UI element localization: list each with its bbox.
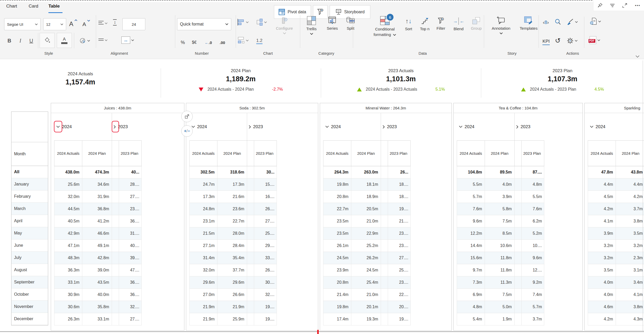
value-cell[interactable]: 36.3m	[54, 264, 82, 276]
value-cell[interactable]: 36.8m	[82, 203, 112, 215]
value-cell[interactable]: 43.5m	[82, 276, 112, 288]
value-cell[interactable]: 23....	[388, 227, 411, 239]
layout-button[interactable]	[238, 37, 249, 44]
value-cell[interactable]: 6.9m	[457, 289, 485, 301]
value-cell[interactable]: 11.8m	[485, 264, 515, 276]
filters-button[interactable]	[610, 3, 615, 8]
value-cell[interactable]: 33.1m	[54, 276, 82, 288]
value-cell[interactable]: 6.2m	[522, 215, 544, 227]
value-cell[interactable]: 3.8m	[616, 301, 644, 313]
value-cell[interactable]: 264.3m	[323, 166, 351, 178]
percent-format-button[interactable]: %	[179, 38, 187, 47]
value-cell[interactable]: 3.2m	[588, 252, 616, 264]
year-group-2024-toggle[interactable]: 2024	[54, 113, 112, 140]
value-cell[interactable]: 4.4m	[616, 178, 644, 190]
value-cell[interactable]: 12.2m	[457, 227, 485, 239]
vertical-align-button[interactable]	[98, 39, 108, 42]
value-cell[interactable]: 23.6m	[217, 203, 247, 215]
value-cell[interactable]: 4.2m	[588, 203, 616, 215]
blend-button[interactable]: →← Blend	[449, 17, 468, 32]
value-cell[interactable]: 26.6m	[217, 289, 247, 301]
chart-type-button[interactable]	[238, 19, 249, 26]
value-cell[interactable]: 16....	[254, 191, 277, 203]
value-cell[interactable]: 27....	[388, 252, 411, 264]
value-cell[interactable]: 3.5m	[616, 227, 644, 239]
value-cell[interactable]: 318.6m	[217, 166, 247, 178]
value-cell[interactable]: 5.8m	[485, 203, 515, 215]
value-cell[interactable]: 19....	[388, 203, 411, 215]
value-cell[interactable]: 19.8m	[323, 178, 351, 190]
year-group-2024-toggle[interactable]: 2024	[457, 113, 515, 140]
year-group-2023-toggle[interactable]: 2023	[381, 113, 411, 140]
value-cell[interactable]: 21.5m	[189, 227, 217, 239]
column-header[interactable]: 2024 Plan	[217, 141, 247, 166]
value-cell[interactable]: 17.3m	[217, 178, 247, 190]
bold-button[interactable]: B	[4, 35, 15, 46]
value-cell[interactable]: 5.5m	[522, 191, 544, 203]
value-cell[interactable]: 27....	[119, 191, 142, 203]
report-settings-button[interactable]	[587, 16, 604, 27]
value-cell[interactable]: 27.0m	[189, 289, 217, 301]
value-cell[interactable]: 9.6m	[522, 252, 544, 264]
value-cell[interactable]: 4.2m	[616, 191, 644, 203]
increase-decimal-button[interactable]: .00	[217, 38, 228, 47]
value-cell[interactable]: 4.4m	[588, 178, 616, 190]
value-cell[interactable]: 8.5m	[485, 227, 515, 239]
value-cell[interactable]: 15....	[254, 178, 277, 190]
value-cell[interactable]: 31....	[119, 227, 142, 239]
value-cell[interactable]: 40...	[119, 166, 142, 178]
value-cell[interactable]: 9.2m	[522, 276, 544, 288]
value-cell[interactable]: 23....	[388, 276, 411, 288]
value-cell[interactable]: 1.9m	[485, 313, 515, 325]
collapse-ribbon-button[interactable]	[633, 53, 642, 60]
value-cell[interactable]: 24.8m	[189, 203, 217, 215]
value-cell[interactable]: 4.2m	[588, 313, 616, 325]
value-cell[interactable]: 20.5m	[351, 203, 381, 215]
column-header[interactable]: 2023 Plan	[522, 141, 544, 166]
pin-button[interactable]	[597, 3, 603, 8]
value-cell[interactable]: 26...	[388, 166, 411, 178]
month-row-label[interactable]: January	[11, 178, 48, 190]
value-cell[interactable]: 27.1m	[189, 240, 217, 252]
value-cell[interactable]: 25....	[388, 264, 411, 276]
value-cell[interactable]: 5.7m	[522, 301, 544, 313]
value-cell[interactable]: 40.5m	[54, 215, 82, 227]
font-color-button[interactable]: A	[57, 33, 72, 48]
year-group-2023-toggle[interactable]: 2023	[247, 113, 277, 140]
group-button[interactable]: Group	[468, 17, 485, 31]
value-cell[interactable]: 3.7m	[522, 313, 544, 325]
value-cell[interactable]: 19.3m	[351, 313, 381, 325]
value-cell[interactable]: 10....	[522, 240, 544, 252]
value-cell[interactable]: 29.6m	[189, 276, 217, 288]
value-cell[interactable]: 7.6m	[457, 203, 485, 215]
value-cell[interactable]: 7.4m	[522, 289, 544, 301]
tab-chart[interactable]: Chart	[6, 4, 17, 9]
value-cell[interactable]: 33....	[254, 252, 277, 264]
value-cell[interactable]: 21.4m	[323, 289, 351, 301]
month-row-label[interactable]: August	[11, 264, 48, 276]
value-cell[interactable]: 4.1m	[616, 289, 644, 301]
increase-font-button[interactable]: A	[67, 18, 79, 30]
column-header[interactable]: 2024 Plan	[82, 141, 112, 166]
value-cell[interactable]: 43.8m	[616, 166, 644, 178]
decrease-font-button[interactable]: A	[80, 18, 92, 30]
value-cell[interactable]: 28.4m	[217, 240, 247, 252]
column-header[interactable]: 2024 Plan	[485, 141, 515, 166]
value-cell[interactable]: 104.8m	[457, 166, 485, 178]
value-cell[interactable]: 40.0m	[82, 289, 112, 301]
value-cell[interactable]: 4.0m	[485, 178, 515, 190]
month-row-label[interactable]: April	[11, 215, 48, 227]
refresh-button[interactable]: ↺	[553, 36, 562, 45]
value-cell[interactable]: 37.7m	[217, 264, 247, 276]
value-cell[interactable]: 35.4m	[217, 252, 247, 264]
series-button[interactable]: Series	[323, 16, 342, 31]
value-cell[interactable]: 5.0m	[485, 301, 515, 313]
value-cell[interactable]: 47....	[119, 264, 142, 276]
value-cell[interactable]: 32.0m	[189, 264, 217, 276]
column-header[interactable]: 2024 Plan	[616, 141, 644, 166]
value-cell[interactable]: 17.3m	[189, 191, 217, 203]
month-row-label[interactable]: September	[11, 276, 48, 288]
value-cell[interactable]: 20.8m	[323, 276, 351, 288]
value-cell[interactable]: 19....	[254, 301, 277, 313]
value-cell[interactable]: 3.5m	[588, 264, 616, 276]
